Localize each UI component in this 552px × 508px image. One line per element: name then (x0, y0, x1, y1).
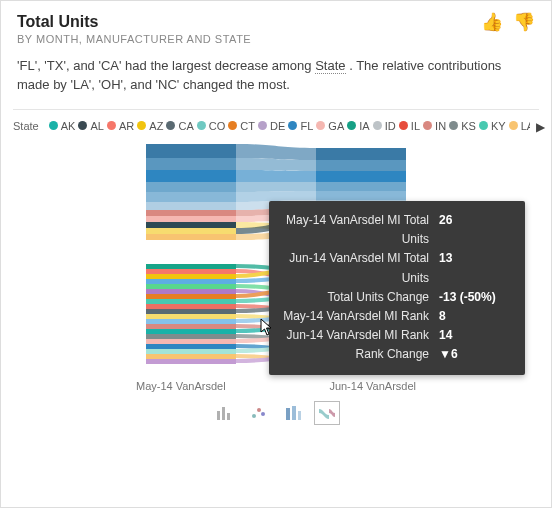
legend-item-ks[interactable]: KS (449, 120, 476, 132)
legend: State AK AL AR AZ CA CO CT DE FL GA IA I… (1, 118, 551, 139)
tt-v-2: -13 (-50%) (439, 288, 513, 307)
legend-text: CO (209, 120, 226, 132)
legend-scroll-right-icon[interactable]: ▶ (530, 120, 545, 134)
legend-item-fl[interactable]: FL (288, 120, 313, 132)
thumbs-down-icon[interactable]: 👎 (513, 13, 535, 31)
svg-rect-26 (146, 284, 236, 289)
legend-item-ar[interactable]: AR (107, 120, 134, 132)
svg-rect-64 (227, 413, 230, 420)
tt-k-3: May-14 VanArsdel MI Rank (281, 307, 429, 326)
legend-text: ID (385, 120, 396, 132)
legend-swatch (423, 121, 432, 130)
svg-rect-30 (146, 304, 236, 309)
insight-text: 'FL', 'TX', and 'CA' had the largest dec… (1, 51, 551, 105)
legend-item-in[interactable]: IN (423, 120, 446, 132)
legend-text: AR (119, 120, 134, 132)
legend-swatch (258, 121, 267, 130)
legend-item-co[interactable]: CO (197, 120, 226, 132)
legend-text: GA (328, 120, 344, 132)
svg-point-65 (252, 414, 256, 418)
axis-right-label: Jun-14 VanArsdel (329, 380, 416, 392)
legend-swatch (166, 121, 175, 130)
legend-swatch (228, 121, 237, 130)
svg-rect-6 (146, 210, 236, 216)
svg-rect-34 (146, 324, 236, 329)
legend-text: CA (178, 120, 193, 132)
legend-item-de[interactable]: DE (258, 120, 285, 132)
header: Total Units BY MONTH, MANUFACTURER AND S… (1, 1, 551, 51)
svg-rect-40 (146, 354, 236, 359)
legend-swatch (479, 121, 488, 130)
legend-swatch (197, 121, 206, 130)
view-bar-icon[interactable] (213, 402, 237, 424)
legend-text: IL (411, 120, 420, 132)
legend-item-ky[interactable]: KY (479, 120, 506, 132)
svg-rect-36 (146, 334, 236, 339)
view-ribbon-icon[interactable] (315, 402, 339, 424)
svg-rect-8 (146, 222, 236, 228)
legend-item-id[interactable]: ID (373, 120, 396, 132)
svg-rect-7 (146, 216, 236, 222)
legend-text: IN (435, 120, 446, 132)
view-switcher (1, 402, 551, 424)
svg-rect-15 (316, 191, 406, 200)
svg-rect-28 (146, 294, 236, 299)
legend-text: KS (461, 120, 476, 132)
legend-text: KY (491, 120, 506, 132)
legend-item-az[interactable]: AZ (137, 120, 163, 132)
tt-k-4: Jun-14 VanArsdel MI Rank (281, 326, 429, 345)
svg-rect-39 (146, 349, 236, 354)
svg-rect-35 (146, 329, 236, 334)
axis-left-label: May-14 VanArsdel (136, 380, 226, 392)
svg-rect-69 (292, 406, 296, 420)
legend-text: AL (90, 120, 103, 132)
legend-item-al[interactable]: AL (78, 120, 103, 132)
view-column-icon[interactable] (281, 402, 305, 424)
svg-rect-12 (316, 160, 406, 171)
tt-k-5: Rank Change (281, 345, 429, 364)
svg-rect-27 (146, 289, 236, 294)
view-scatter-icon[interactable] (247, 402, 271, 424)
legend-item-ga[interactable]: GA (316, 120, 344, 132)
tt-k-1: Jun-14 VanArsdel MI Total Units (281, 249, 429, 287)
svg-point-66 (257, 408, 261, 412)
svg-rect-14 (316, 182, 406, 191)
legend-swatch (509, 121, 518, 130)
svg-rect-63 (222, 407, 225, 420)
insight-before: 'FL', 'TX', and 'CA' had the largest dec… (17, 58, 315, 73)
axis-labels: May-14 VanArsdel Jun-14 VanArsdel (126, 380, 426, 392)
legend-item-ct[interactable]: CT (228, 120, 255, 132)
legend-item-il[interactable]: IL (399, 120, 420, 132)
page-title: Total Units (17, 13, 251, 31)
tt-v-0: 26 (439, 211, 513, 249)
svg-rect-23 (146, 269, 236, 274)
svg-rect-31 (146, 309, 236, 314)
svg-rect-68 (286, 408, 290, 420)
svg-rect-1 (146, 158, 236, 170)
legend-swatch (449, 121, 458, 130)
svg-rect-41 (146, 359, 236, 364)
svg-point-67 (261, 412, 265, 416)
tt-v-1: 13 (439, 249, 513, 287)
svg-rect-38 (146, 344, 236, 349)
legend-item-ak[interactable]: AK (49, 120, 76, 132)
legend-item-ca[interactable]: CA (166, 120, 193, 132)
legend-swatch (49, 121, 58, 130)
legend-text: IA (359, 120, 369, 132)
tt-k-2: Total Units Change (281, 288, 429, 307)
legend-swatch (316, 121, 325, 130)
svg-rect-25 (146, 279, 236, 284)
page-subtitle: BY MONTH, MANUFACTURER AND STATE (17, 33, 251, 45)
thumbs-up-icon[interactable]: 👍 (481, 13, 503, 31)
feedback-controls: 👍 👎 (481, 13, 535, 31)
legend-text: CT (240, 120, 255, 132)
insight-link-state[interactable]: State (315, 58, 345, 74)
tt-v-3: 8 (439, 307, 513, 326)
svg-rect-9 (146, 228, 236, 234)
legend-item-ia[interactable]: IA (347, 120, 369, 132)
legend-swatch (373, 121, 382, 130)
legend-swatch (399, 121, 408, 130)
svg-rect-32 (146, 314, 236, 319)
legend-label: State (13, 120, 39, 132)
tt-v-4: 14 (439, 326, 513, 345)
